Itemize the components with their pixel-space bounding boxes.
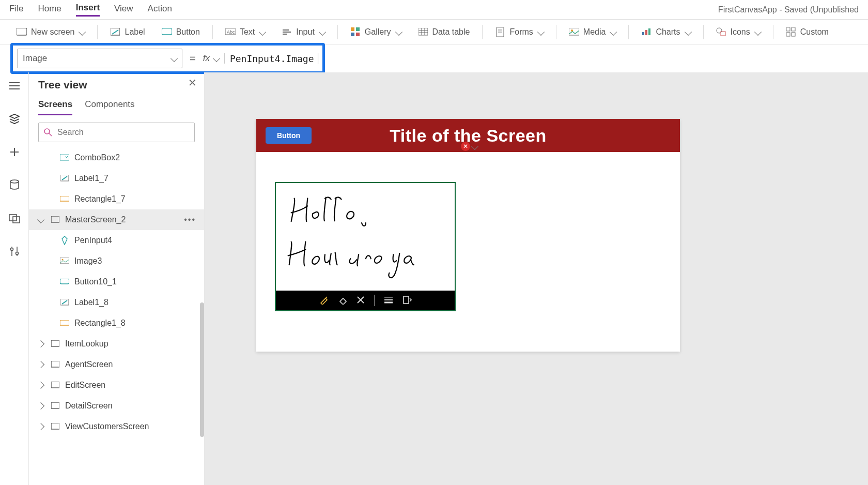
handwriting-drawing	[276, 183, 455, 292]
svg-rect-3	[162, 28, 172, 35]
ribbon-icons[interactable]: Icons	[710, 27, 767, 37]
rail-tree-icon[interactable]	[7, 112, 22, 126]
button-icon	[162, 27, 172, 37]
canvas-header-button[interactable]: Button	[266, 127, 312, 144]
node-label1-8[interactable]: Label1_8	[29, 292, 204, 313]
node-detailscreen[interactable]: DetailScreen	[29, 396, 204, 416]
rail-data-icon[interactable]	[7, 178, 22, 192]
ribbon-label[interactable]: Label	[104, 27, 151, 37]
app-canvas[interactable]: Button Title of the Screen ✕	[256, 119, 680, 352]
chevron-down-icon	[259, 28, 266, 35]
svg-rect-57	[51, 340, 59, 346]
pen-input-control[interactable]	[275, 182, 456, 311]
chevron-right-icon	[37, 361, 44, 368]
input-icon	[282, 27, 292, 37]
svg-line-45	[49, 133, 52, 136]
svg-rect-23	[642, 32, 644, 35]
chart-icon	[641, 27, 652, 37]
svg-line-55	[62, 300, 67, 304]
fx-button[interactable]: fx	[203, 53, 225, 64]
gallery-icon	[350, 27, 361, 37]
chevron-down-icon	[79, 28, 86, 35]
chevron-down-icon	[610, 28, 617, 35]
node-combobox2[interactable]: ComboBox2	[29, 147, 204, 168]
svg-rect-0	[17, 28, 27, 35]
svg-rect-58	[51, 361, 59, 367]
svg-line-48	[62, 176, 67, 180]
node-viewcustomersscreen[interactable]: ViewCustomersScreen	[29, 416, 204, 437]
rail-insert-icon[interactable]	[7, 145, 22, 159]
menu-insert[interactable]: Insert	[76, 3, 100, 17]
ribbon-gallery[interactable]: Gallery	[344, 27, 408, 37]
rail-advanced-icon[interactable]	[7, 244, 22, 259]
svg-rect-10	[356, 27, 360, 31]
chevron-right-icon	[37, 402, 44, 410]
tab-components[interactable]: Components	[85, 99, 134, 115]
ribbon-text[interactable]: Abc Text	[219, 27, 271, 37]
menu-home[interactable]: Home	[38, 4, 61, 16]
pen-thickness-tool[interactable]	[384, 296, 393, 305]
label-icon	[60, 174, 69, 183]
node-image3[interactable]: Image3	[29, 251, 204, 271]
screen-icon	[51, 422, 60, 431]
pen-edit-tool[interactable]	[402, 295, 412, 306]
svg-rect-9	[351, 27, 354, 31]
chevron-down-icon	[171, 55, 178, 62]
menu-file[interactable]: File	[9, 4, 23, 16]
ribbon-button[interactable]: Button	[156, 27, 206, 37]
pen-clear-tool[interactable]	[357, 296, 365, 306]
rectangle-icon	[60, 319, 69, 328]
ribbon-charts[interactable]: Charts	[635, 27, 696, 37]
ribbon-media[interactable]: Media	[563, 27, 623, 37]
ribbon-input[interactable]: Input	[275, 27, 331, 37]
ribbon-datatable[interactable]: Data table	[412, 27, 476, 37]
formula-highlight: Image = fx PenInput4.Image	[10, 43, 325, 74]
menu-action[interactable]: Action	[148, 4, 172, 16]
ribbon-forms[interactable]: Forms	[489, 27, 549, 37]
pen-erase-tool[interactable]	[338, 295, 347, 306]
chevron-down-icon	[684, 28, 691, 35]
svg-rect-50	[51, 216, 59, 222]
node-itemlookup[interactable]: ItemLookup	[29, 334, 204, 354]
tree-search-input[interactable]	[57, 128, 189, 137]
formula-input[interactable]: PenInput4.Image	[230, 53, 318, 64]
tree-search[interactable]	[38, 123, 195, 142]
pen-draw-tool[interactable]	[319, 295, 329, 306]
table-icon	[418, 27, 428, 37]
node-rectangle1-8[interactable]: Rectangle1_8	[29, 313, 204, 334]
menu-view[interactable]: View	[114, 4, 133, 16]
node-peninput4[interactable]: PenInput4	[29, 230, 204, 251]
label-icon	[110, 27, 120, 37]
chevron-down-icon	[471, 143, 478, 150]
svg-rect-60	[51, 402, 59, 408]
tab-screens[interactable]: Screens	[38, 99, 72, 115]
tree-close-button[interactable]: ✕	[188, 77, 197, 89]
svg-rect-12	[356, 33, 360, 36]
svg-rect-24	[645, 30, 647, 35]
pen-toolbar	[276, 291, 455, 310]
node-masterscreen-2[interactable]: MasterScreen_2 •••	[29, 209, 204, 230]
tree-scrollbar[interactable]	[200, 302, 204, 437]
property-selector[interactable]: Image	[17, 49, 182, 68]
node-agentscreen[interactable]: AgentScreen	[29, 354, 204, 375]
image-icon	[60, 256, 69, 266]
error-icon: ✕	[461, 142, 470, 151]
ribbon-custom[interactable]: Custom	[780, 27, 835, 37]
node-editscreen[interactable]: EditScreen	[29, 375, 204, 396]
svg-rect-67	[404, 296, 409, 304]
node-label1-7[interactable]: Label1_7	[29, 168, 204, 189]
svg-point-42	[10, 248, 13, 251]
svg-point-37	[10, 180, 19, 183]
canvas-area[interactable]: Button Title of the Screen ✕	[205, 72, 868, 485]
rectangle-icon	[60, 194, 69, 204]
node-more-menu[interactable]: •••	[184, 215, 196, 224]
rail-hamburger[interactable]	[7, 79, 22, 93]
ribbon-new-screen[interactable]: New screen	[10, 27, 91, 37]
rail-media-icon[interactable]	[7, 211, 22, 225]
screen-icon	[51, 339, 60, 348]
tree-view-pane: Tree view ✕ Screens Components ComboBox2…	[29, 72, 205, 485]
canvas-combo-error[interactable]: ✕	[461, 142, 477, 151]
node-button10-1[interactable]: Button10_1	[29, 271, 204, 292]
svg-point-43	[16, 252, 18, 255]
node-rectangle1-7[interactable]: Rectangle1_7	[29, 189, 204, 209]
